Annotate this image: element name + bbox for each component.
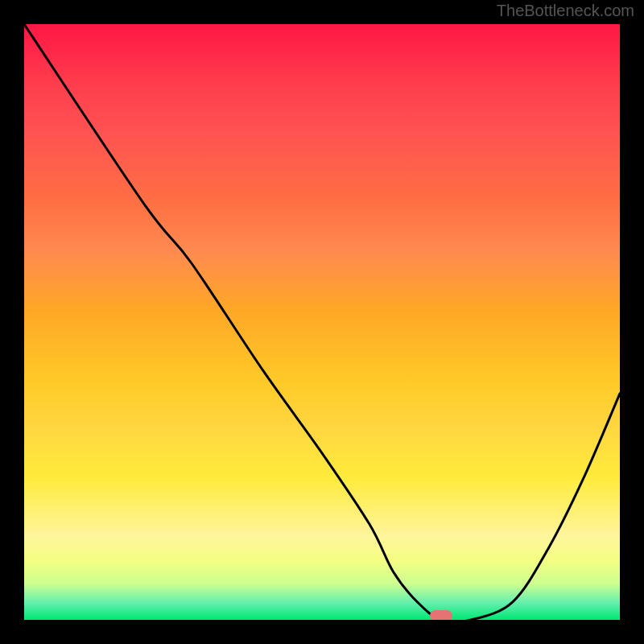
- optimal-marker: [430, 610, 452, 620]
- watermark-text: TheBottleneck.com: [497, 2, 634, 20]
- chart-area: [24, 24, 620, 620]
- bottleneck-curve: [24, 24, 620, 620]
